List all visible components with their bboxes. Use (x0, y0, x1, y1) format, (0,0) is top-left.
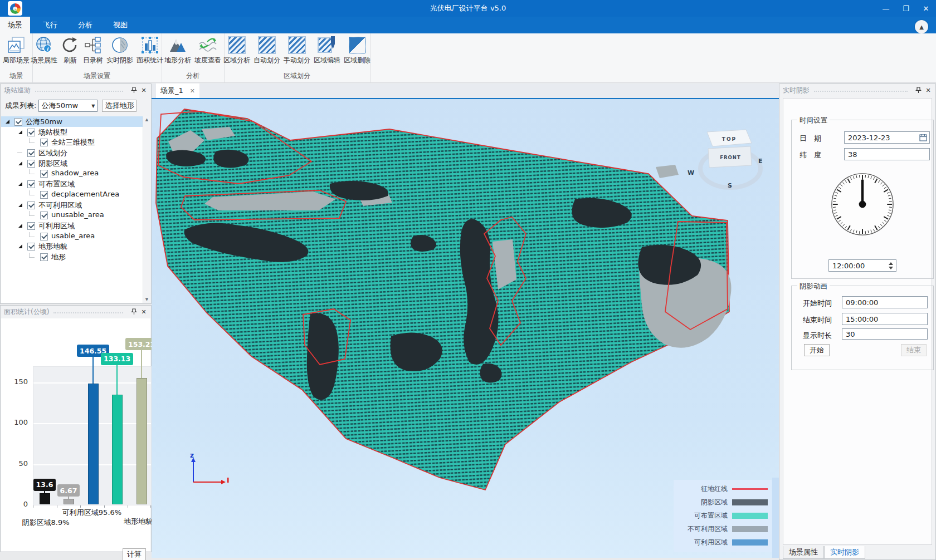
tree-item-0[interactable]: 公海50mw (1, 116, 150, 127)
ribbon-tab-3[interactable]: 视图 (105, 17, 135, 33)
tree-item-7[interactable]: decplacementArea (1, 189, 150, 200)
tree-checkbox[interactable] (27, 243, 35, 250)
tree-checkbox[interactable] (40, 212, 48, 219)
tree-checkbox[interactable] (27, 180, 35, 188)
scene-tab[interactable]: 场景_1 ✕ (156, 83, 199, 98)
tree-checkbox[interactable] (40, 233, 48, 240)
time-spinner[interactable]: 12:00:00 (828, 259, 896, 272)
tree-checkbox[interactable] (40, 253, 48, 261)
scroll-down-icon[interactable]: ▼ (145, 296, 148, 303)
viewport-edge-strip (772, 478, 779, 558)
spinner-arrows-icon[interactable] (889, 262, 894, 269)
tree-checkbox[interactable] (27, 149, 35, 157)
tree-checkbox[interactable] (27, 202, 35, 209)
ribbon-tab-1[interactable]: 飞行 (35, 17, 65, 33)
minimize-button[interactable]: — (876, 0, 896, 17)
tree-item-9[interactable]: unusable_area (1, 210, 150, 220)
pin-icon[interactable] (914, 86, 922, 94)
tree-item-13[interactable]: 地形 (1, 252, 150, 262)
tree-checkbox[interactable] (40, 191, 48, 199)
tree-item-label: usable_area (51, 232, 95, 240)
legend-label: 不可利用区域 (674, 524, 728, 534)
result-list-dropdown[interactable]: 公海50mw▼ (38, 100, 98, 112)
tree-checkbox[interactable] (27, 222, 35, 230)
start-time-input[interactable]: 09:00:00 (842, 296, 928, 308)
tree-expand-icon[interactable] (18, 161, 22, 165)
partial-scene-button[interactable]: 局部场景 (1, 35, 31, 66)
calculate-button[interactable]: 计算 (123, 548, 146, 560)
restore-button[interactable]: ❐ (896, 0, 916, 17)
region-edit-button[interactable]: 区域编辑 (312, 35, 342, 66)
tree-branch-line (29, 169, 35, 174)
tree-checkbox[interactable] (40, 139, 48, 146)
select-terrain-button[interactable]: 选择地形 (102, 100, 136, 112)
legend-label: 可利用区域 (674, 538, 728, 547)
tree-item-6[interactable]: 可布置区域 (1, 179, 150, 189)
tree-expand-icon[interactable] (18, 130, 22, 134)
navigation-cube[interactable]: TOP FRONT W E S (685, 125, 768, 191)
ribbon-toolbar: 局部场景场景i场景属性刷新目录树实时阴影面积统计场景设置地形分析坡度查看分析区域… (0, 33, 936, 83)
chart-bar-2 (88, 384, 99, 504)
tree-expand-icon[interactable] (6, 120, 9, 124)
end-time-input[interactable]: 15:00:00 (842, 313, 928, 325)
tree-checkbox[interactable] (40, 170, 48, 178)
tree-expand-icon[interactable] (18, 182, 22, 186)
slope-view-button[interactable]: 坡度查看 (193, 35, 223, 66)
tab-close-icon[interactable]: ✕ (190, 87, 195, 95)
tree-expand-icon[interactable] (18, 203, 22, 207)
tree-item-10[interactable]: 可利用区域 (1, 220, 150, 231)
tree-expand-icon[interactable] (18, 224, 22, 228)
chart-bar-4 (136, 378, 147, 504)
realtime-shadow-button[interactable]: 实时阴影 (105, 35, 135, 66)
tree-scrollbar[interactable]: ▲ ▼ (143, 116, 150, 303)
result-list-label: 成果列表: (5, 101, 36, 111)
tree-item-3[interactable]: 区域划分 (1, 148, 150, 158)
tree-checkbox[interactable] (27, 160, 35, 168)
tree-item-11[interactable]: usable_area (1, 231, 150, 242)
pin-icon[interactable] (130, 308, 138, 316)
tree-item-1[interactable]: 场站模型 (1, 127, 150, 137)
area-panel-title: 面积统计(公顷) (4, 307, 49, 317)
dock-tab-0[interactable]: 场景属性 (783, 546, 824, 559)
tree-item-4[interactable]: 阴影区域 (1, 158, 150, 169)
half-shaded-circle-icon (110, 36, 129, 55)
close-panel-icon[interactable]: ✕ (140, 308, 148, 316)
slope-arrows-icon (198, 36, 217, 55)
tree-item-5[interactable]: shadow_area (1, 168, 150, 179)
tree-item-12[interactable]: 地形地貌 (1, 241, 150, 252)
scroll-up-icon[interactable]: ▲ (145, 116, 148, 123)
close-button[interactable]: ✕ (916, 0, 936, 17)
dock-tab-1[interactable]: 实时阴影 (824, 546, 865, 559)
date-input[interactable]: 2023-12-23 (844, 131, 930, 144)
scene-properties-button[interactable]: i场景属性 (29, 35, 59, 66)
viewport-3d[interactable]: TOP FRONT W E S z 征地红线阴影区域可布置区域不可利用区域可利用… (152, 99, 779, 558)
area-statistics-button[interactable]: 面积统计 (135, 35, 165, 66)
tree-checkbox[interactable] (14, 118, 22, 126)
ribbon-tab-0[interactable]: 场景 (0, 17, 30, 33)
refresh-button[interactable]: 刷新 (59, 35, 81, 66)
tree-branch-line (17, 153, 22, 153)
close-panel-icon[interactable]: ✕ (924, 86, 932, 94)
auto-divide-button[interactable]: 自动划分 (252, 35, 282, 66)
pin-icon[interactable] (130, 86, 138, 94)
toolbar-button-label: 自动划分 (254, 56, 280, 65)
start-button[interactable]: 开始 (804, 344, 830, 356)
tree-expand-icon[interactable] (18, 244, 22, 248)
manual-divide-button[interactable]: 手动划分 (282, 35, 312, 66)
terrain-analysis-button[interactable]: 地形分析 (163, 35, 193, 66)
close-panel-icon[interactable]: ✕ (140, 86, 148, 94)
ribbon-collapse-button[interactable]: ▲ (915, 20, 928, 33)
tree-item-8[interactable]: 不可利用区域 (1, 200, 150, 210)
latitude-input[interactable]: 38 (844, 148, 930, 160)
region-analysis-button[interactable]: 区域分析 (222, 35, 252, 66)
calendar-icon[interactable] (919, 134, 927, 141)
ribbon-tab-2[interactable]: 分析 (70, 17, 100, 33)
duration-input[interactable]: 30 (842, 328, 928, 340)
tree-item-2[interactable]: 全站三维模型 (1, 137, 150, 148)
catalog-tree-button[interactable]: 目录树 (81, 35, 105, 66)
tree-item-label: decplacementArea (51, 190, 119, 198)
end-button[interactable]: 结束 (901, 344, 927, 356)
y-axis-tick: 100 (6, 418, 28, 426)
tree-checkbox[interactable] (27, 129, 35, 136)
region-delete-button[interactable]: 区域删除 (342, 35, 372, 66)
